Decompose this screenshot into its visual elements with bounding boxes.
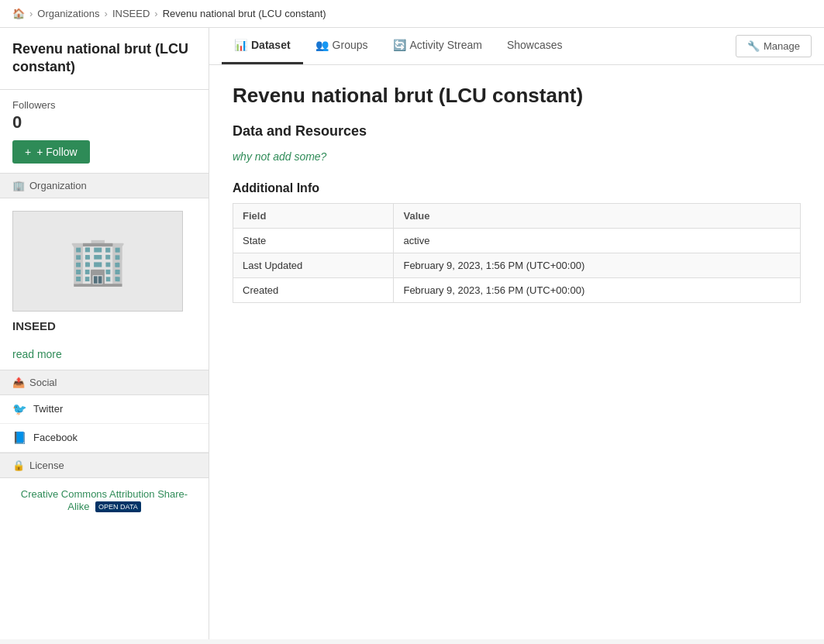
breadcrumb-inseed[interactable]: INSEED: [112, 8, 150, 19]
social-items: 🐦 Twitter 📘 Facebook: [0, 395, 209, 453]
tab-showcases-label: Showcases: [507, 39, 563, 51]
additional-info-title: Additional Info: [233, 181, 801, 195]
groups-icon: 👥: [315, 39, 329, 51]
open-data-badge: OPEN DATA: [95, 501, 141, 512]
value-header: Value: [394, 204, 801, 229]
table-row: Last UpdatedFebruary 9, 2023, 1:56 PM (U…: [233, 253, 801, 278]
followers-section: Followers 0 + + Follow: [0, 99, 209, 173]
followers-count: 0: [12, 112, 196, 133]
license-label: License: [29, 460, 64, 471]
activity-icon: 🔄: [393, 39, 406, 51]
info-table: Field Value StateactiveLast UpdatedFebru…: [233, 203, 801, 303]
home-icon[interactable]: 🏠: [12, 8, 25, 19]
value-cell: February 9, 2023, 1:56 PM (UTC+00:00): [394, 253, 801, 278]
value-cell: February 9, 2023, 1:56 PM (UTC+00:00): [394, 278, 801, 303]
share-icon: 📤: [12, 377, 25, 388]
dataset-icon: 📊: [234, 39, 247, 51]
sidebar: Revenu national brut (LCU constant) Foll…: [0, 28, 209, 639]
breadcrumb-separator-2: ›: [105, 8, 108, 19]
license-link[interactable]: Creative Commons Attribution Share-Alike…: [21, 488, 188, 512]
follow-button[interactable]: + + Follow: [12, 140, 90, 164]
breadcrumb-separator-3: ›: [154, 8, 157, 19]
main-content: 📊 Dataset 👥 Groups 🔄 Activity Stream Sho…: [209, 28, 824, 639]
license-content: Creative Commons Attribution Share-Alike…: [0, 478, 209, 522]
content-area: Revenu national brut (LCU constant) Data…: [209, 65, 824, 322]
empty-message: why not add some?: [233, 150, 801, 163]
social-label: Social: [29, 377, 57, 388]
tab-dataset-label: Dataset: [251, 39, 291, 51]
breadcrumb-organizations[interactable]: Organizations: [37, 8, 99, 19]
field-cell: Created: [233, 278, 394, 303]
plus-icon: +: [25, 146, 31, 158]
read-more-link[interactable]: read more: [0, 345, 209, 370]
breadcrumb: 🏠 › Organizations › INSEED › Revenu nati…: [0, 0, 824, 28]
wrench-icon: 🔧: [747, 40, 760, 52]
tab-groups-label: Groups: [333, 39, 368, 51]
field-cell: Last Updated: [233, 253, 394, 278]
twitter-item[interactable]: 🐦 Twitter: [0, 395, 209, 424]
field-cell: State: [233, 229, 394, 253]
tabs-nav: 📊 Dataset 👥 Groups 🔄 Activity Stream Sho…: [209, 28, 824, 65]
table-row: CreatedFebruary 9, 2023, 1:56 PM (UTC+00…: [233, 278, 801, 303]
tab-activity-label: Activity Stream: [410, 39, 482, 51]
org-name: INSEED: [12, 319, 56, 332]
org-image-container: 🏢 INSEED: [0, 198, 209, 345]
lock-icon: 🔒: [12, 460, 25, 471]
facebook-icon: 📘: [12, 431, 27, 445]
organization-section-header: 🏢 Organization: [0, 173, 209, 198]
table-row: Stateactive: [233, 229, 801, 253]
twitter-icon: 🐦: [12, 402, 27, 416]
facebook-item[interactable]: 📘 Facebook: [0, 424, 209, 453]
tab-activity-stream[interactable]: 🔄 Activity Stream: [381, 28, 495, 64]
followers-label: Followers: [12, 99, 196, 111]
twitter-label: Twitter: [33, 403, 63, 415]
org-building-icon: 🏢: [69, 233, 127, 288]
field-header: Field: [233, 204, 394, 229]
manage-label: Manage: [764, 40, 800, 52]
manage-button[interactable]: 🔧 Manage: [736, 35, 812, 57]
building-small-icon: 🏢: [12, 180, 25, 191]
data-resources-title: Data and Resources: [233, 123, 801, 139]
breadcrumb-current: Revenu national brut (LCU constant): [163, 8, 326, 19]
license-section-header: 🔒 License: [0, 453, 209, 478]
tab-showcases[interactable]: Showcases: [495, 28, 575, 64]
value-cell: active: [394, 229, 801, 253]
tab-groups[interactable]: 👥 Groups: [303, 28, 381, 64]
facebook-label: Facebook: [33, 432, 78, 443]
breadcrumb-separator: ›: [29, 8, 33, 19]
table-header-row: Field Value: [233, 204, 801, 229]
sidebar-dataset-title: Revenu national brut (LCU constant): [0, 28, 209, 80]
page-title: Revenu national brut (LCU constant): [233, 84, 801, 108]
tab-dataset[interactable]: 📊 Dataset: [222, 28, 303, 64]
tabs-left: 📊 Dataset 👥 Groups 🔄 Activity Stream Sho…: [222, 28, 574, 64]
org-image[interactable]: 🏢: [12, 211, 183, 312]
social-section-header: 📤 Social: [0, 370, 209, 395]
organization-label: Organization: [29, 180, 87, 191]
